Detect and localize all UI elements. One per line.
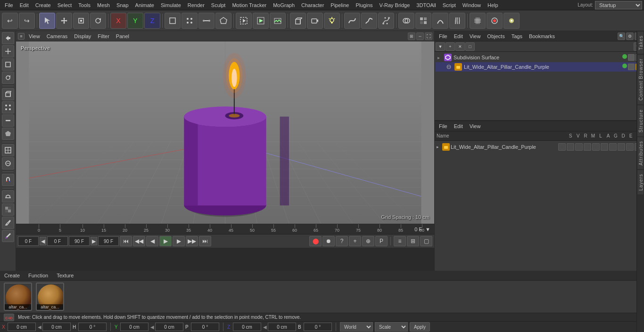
rotate-tool-button[interactable]: [90, 13, 106, 29]
cube-button[interactable]: [290, 13, 306, 29]
left-face-btn[interactable]: [2, 128, 14, 140]
jump-start-btn[interactable]: ⏮: [120, 236, 132, 246]
render-active-button[interactable]: [253, 13, 269, 29]
om-row-candle[interactable]: Lit_Wide_Altar_Pillar_Candle_Purple: [436, 62, 643, 72]
coord-y-pos-input[interactable]: 0 cm: [120, 323, 149, 331]
axis-y-button[interactable]: Y: [127, 13, 143, 29]
viewport-menu-cameras[interactable]: Cameras: [44, 32, 70, 40]
attr-menu-view[interactable]: View: [467, 122, 483, 130]
om-menu-edit[interactable]: Edit: [452, 32, 465, 40]
viewport-menu-filter[interactable]: Filter: [95, 32, 111, 40]
left-obj-btn[interactable]: [2, 88, 14, 100]
left-box-btn[interactable]: [2, 58, 14, 71]
menu-motion-tracker[interactable]: Motion Tracker: [229, 1, 269, 9]
viewport-menu-panel[interactable]: Panel: [114, 32, 132, 40]
prev-frame-btn[interactable]: ◀◀: [133, 236, 145, 246]
menu-script[interactable]: Script: [440, 1, 459, 9]
undo-button[interactable]: ↩: [2, 13, 18, 29]
bezier-button[interactable]: [378, 13, 394, 29]
freehand-button[interactable]: [361, 13, 377, 29]
scale-dropdown[interactable]: Scale Absolute: [375, 322, 408, 332]
menu-snap[interactable]: Snap: [114, 1, 132, 9]
menu-mograph[interactable]: MoGraph: [270, 1, 297, 9]
hair-button[interactable]: [449, 13, 465, 29]
coord-z-pos-input[interactable]: 0 cm: [233, 323, 261, 331]
deformer-button[interactable]: [432, 13, 448, 29]
attr-ctrl-l[interactable]: [592, 143, 600, 151]
select-tool-button[interactable]: [39, 13, 55, 29]
menu-plugins[interactable]: Plugins: [353, 1, 375, 9]
timeline-track[interactable]: [16, 248, 434, 271]
menu-file[interactable]: File: [2, 1, 16, 9]
om-visible-1[interactable]: [622, 54, 627, 59]
om-menu-objects[interactable]: Objects: [485, 32, 507, 40]
om-option-icon[interactable]: ⚙: [626, 32, 634, 40]
left-edge-btn[interactable]: [2, 114, 14, 127]
next-key-btn[interactable]: ▶: [173, 236, 185, 246]
edge-mode-button[interactable]: [198, 13, 215, 29]
attr-ctrl-v[interactable]: [567, 143, 574, 151]
next-frame-btn[interactable]: ▶▶: [186, 236, 198, 246]
frame-prev-btn[interactable]: ◀: [40, 237, 46, 245]
coord-y-size-input[interactable]: 0 cm: [155, 323, 183, 331]
left-magnet-btn[interactable]: [2, 174, 14, 186]
coord-x-size-input[interactable]: 0 cm: [42, 323, 71, 331]
om-render-1[interactable]: [628, 54, 635, 61]
attr-row-candle[interactable]: ▸ Lit_Wide_Altar_Pillar_Candle_Purple: [436, 142, 643, 152]
coord-b-input[interactable]: 0 °: [304, 323, 332, 331]
key-sel-btn[interactable]: ?: [336, 236, 348, 246]
scale-tool-button[interactable]: [73, 13, 89, 29]
layout-dropdown[interactable]: Startup Standard: [595, 1, 642, 9]
menu-create[interactable]: Create: [33, 1, 54, 9]
light2-button[interactable]: [504, 13, 520, 29]
render-region-button[interactable]: [236, 13, 252, 29]
apply-button[interactable]: Apply: [410, 322, 430, 332]
vtab-content-browser[interactable]: Content Browser: [637, 54, 644, 105]
menu-simulate[interactable]: Simulate: [158, 1, 184, 9]
end-frame-input[interactable]: [69, 236, 90, 246]
om-menu-bookmarks[interactable]: Bookmarks: [527, 32, 557, 40]
play-btn[interactable]: ▶: [159, 236, 172, 246]
camera-button[interactable]: [307, 13, 323, 29]
grid-button[interactable]: [470, 13, 486, 29]
om-search-icon[interactable]: 🔍: [618, 32, 625, 40]
viewport-menu-view[interactable]: View: [26, 32, 42, 40]
point-mode-button[interactable]: [182, 13, 198, 29]
boole-button[interactable]: [398, 13, 414, 29]
vp-icon-3[interactable]: ⛶: [425, 32, 432, 40]
om-filter-btn[interactable]: ▼: [436, 42, 445, 51]
axis-z-button[interactable]: Z: [144, 13, 160, 29]
vp-icon-2[interactable]: ↔: [416, 32, 424, 40]
redo-button[interactable]: ↪: [19, 13, 35, 29]
left-pen-btn[interactable]: [2, 217, 14, 229]
auto-key-btn[interactable]: ⏺: [322, 236, 335, 246]
vtab-takes[interactable]: Takes: [637, 31, 644, 54]
axis-x-button[interactable]: X: [110, 13, 126, 29]
vp-icon-1[interactable]: ⊞: [408, 32, 415, 40]
start-frame-input[interactable]: [47, 236, 68, 246]
record-button[interactable]: [487, 13, 503, 29]
jump-end-btn[interactable]: ⏭: [199, 236, 211, 246]
om-add-btn[interactable]: +: [446, 42, 455, 51]
om-menu-file[interactable]: File: [437, 32, 450, 40]
timeline-mode-btn[interactable]: ≡: [394, 236, 406, 246]
coord-h-input[interactable]: 0 °: [78, 323, 107, 331]
current-frame-input[interactable]: [18, 236, 39, 246]
menu-character[interactable]: Character: [298, 1, 327, 9]
menu-tools[interactable]: Tools: [75, 1, 93, 9]
mat-menu-create[interactable]: Create: [2, 272, 22, 279]
record-key-btn[interactable]: ⬤: [309, 236, 322, 246]
attr-ctrl-d[interactable]: [618, 143, 625, 151]
motion-btn[interactable]: ⊕: [362, 236, 374, 246]
om-menu-view[interactable]: View: [467, 32, 483, 40]
menu-sculpt[interactable]: Sculpt: [208, 1, 229, 9]
menu-help[interactable]: Help: [485, 1, 501, 9]
attr-ctrl-m[interactable]: [584, 143, 591, 151]
render-picture-button[interactable]: [270, 13, 286, 29]
mat-menu-texture[interactable]: Texture: [54, 272, 76, 279]
move-tool-button[interactable]: [56, 13, 72, 29]
spline-button[interactable]: [344, 13, 360, 29]
prev-key-btn[interactable]: ◀: [146, 236, 158, 246]
preview-btn[interactable]: P: [375, 236, 388, 246]
om-row-subdivision[interactable]: ▸ Subdivision Surface ✓: [436, 53, 643, 62]
